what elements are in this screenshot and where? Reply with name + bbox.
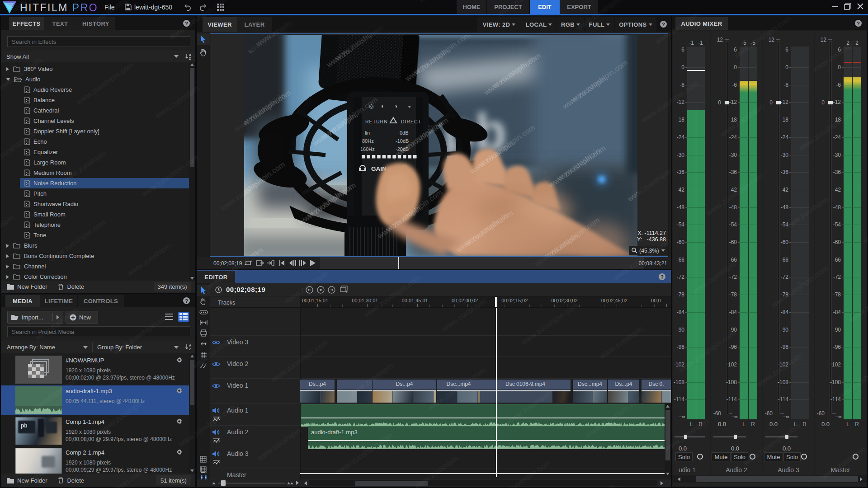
svg-text:Z: Z <box>189 57 191 60</box>
svg-text:A: A <box>189 344 191 347</box>
svg-text:A: A <box>189 53 191 56</box>
svg-text:Z: Z <box>189 347 191 351</box>
